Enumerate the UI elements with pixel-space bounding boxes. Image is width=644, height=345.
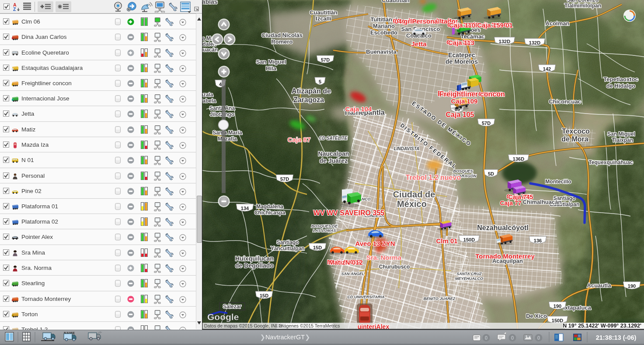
- svg-text:Montecillo: Montecillo: [545, 179, 571, 185]
- svg-text:Ecatepec: Ecatepec: [448, 52, 475, 59]
- svg-text:150D: 150D: [463, 237, 475, 242]
- svg-text:57D: 57D: [280, 176, 289, 182]
- svg-text:Caja 104: Caja 104: [345, 105, 372, 113]
- svg-text:Romero: Romero: [271, 38, 292, 45]
- svg-text:132D: 132D: [529, 40, 540, 45]
- svg-text:Ixtapaluca: Ixtapaluca: [563, 304, 591, 311]
- svg-text:Clm 01: Clm 01: [436, 237, 457, 245]
- svg-text:Caja 87: Caja 87: [288, 136, 311, 143]
- svg-text:Cuautitlán: Cuautitlán: [382, 0, 410, 3]
- svg-text:57D: 57D: [482, 121, 491, 126]
- svg-text:ahuacán: ahuacán: [202, 47, 218, 53]
- svg-text:❯NavtrackerGT❯: ❯NavtrackerGT❯: [260, 334, 310, 341]
- svg-text:Texcoco: Texcoco: [562, 128, 590, 135]
- svg-text:Ciudad de: Ciudad de: [393, 190, 435, 199]
- svg-text:México: México: [397, 199, 427, 209]
- svg-text:21:38:13 (-06): 21:38:13 (-06): [596, 334, 637, 341]
- svg-text:190: 190: [628, 283, 636, 289]
- svg-text:Tablas: Tablas: [202, 0, 218, 5]
- svg-text:Chichicaspa: Chichicaspa: [254, 210, 285, 216]
- svg-text:4: 4: [219, 82, 222, 87]
- svg-text:MEYEHUALCO: MEYEHUALCO: [455, 276, 483, 281]
- svg-text:Buenavista: Buenavista: [366, 48, 397, 55]
- svg-text:Z: Z: [13, 7, 16, 12]
- svg-text:5: 5: [319, 79, 321, 84]
- svg-text:Huixquilucan: Huixquilucan: [235, 255, 274, 262]
- svg-text:De Xico: De Xico: [526, 313, 547, 319]
- svg-text:Izcalli: Izcalli: [316, 15, 331, 22]
- svg-text:Hila: Hila: [266, 65, 277, 72]
- svg-text:Google: Google: [207, 312, 239, 322]
- svg-text:Freightliner concon: Freightliner concon: [439, 90, 505, 98]
- svg-text:Acuautla: Acuautla: [587, 282, 612, 289]
- svg-text:Atizapán de: Atizapán de: [292, 87, 331, 95]
- svg-text:Caja 110lCaja 159 01: Caja 110lCaja 159 01: [449, 21, 513, 29]
- svg-text:Tornado Monterrey: Tornado Monterrey: [475, 252, 535, 260]
- svg-text:San Miguel: San Miguel: [256, 59, 286, 65]
- svg-text:190: 190: [553, 304, 561, 309]
- svg-text:Santiago: Santiago: [277, 239, 299, 245]
- svg-text:15D: 15D: [313, 245, 322, 250]
- svg-text:0: 0: [511, 335, 514, 341]
- svg-text:de Hidalgo: de Hidalgo: [606, 83, 636, 89]
- svg-text:Chiconcuac: Chiconcuac: [549, 98, 581, 105]
- svg-text:Tlalmimilolpan: Tlalmimilolpan: [564, 3, 601, 9]
- svg-text:142: 142: [543, 66, 551, 72]
- svg-text:lazala: lazala: [202, 92, 213, 98]
- svg-text:Jetta: Jetta: [411, 40, 427, 48]
- svg-text:Datos de mapas ©2015 Google, I: Datos de mapas ©2015 Google, INEGI: [204, 323, 284, 328]
- svg-text:Imágenes ©2015 TerraMetrics: Imágenes ©2015 TerraMetrics: [278, 323, 340, 328]
- svg-text:WV WV SAVEIRO 355: WV WV SAVEIRO 355: [313, 209, 385, 217]
- svg-text:150D: 150D: [552, 318, 563, 323]
- svg-text:0: 0: [537, 335, 540, 341]
- svg-text:Mariano: Mariano: [373, 23, 395, 29]
- svg-text:de Juárez: de Juárez: [320, 157, 348, 164]
- svg-text:134: 134: [241, 206, 249, 211]
- svg-text:132D: 132D: [499, 39, 510, 44]
- svg-text:uinteriAlex: uinteriAlex: [358, 323, 390, 330]
- svg-text:Santa María: Santa María: [212, 130, 242, 136]
- svg-text:de Mora: de Mora: [561, 135, 588, 143]
- svg-text:CD UNIVERSITARIA: CD UNIVERSITARIA: [348, 295, 385, 299]
- svg-text:Yancuitlalpan: Yancuitlalpan: [271, 245, 304, 252]
- svg-text:Tepetlaoxtoc: Tepetlaoxtoc: [603, 76, 638, 83]
- svg-text:de Degollado: de Degollado: [235, 262, 274, 269]
- svg-text:BENITO JUÁREZ: BENITO JUÁREZ: [424, 297, 456, 301]
- svg-text:Mazatla: Mazatla: [218, 136, 237, 142]
- svg-text:Caja 105: Caja 105: [446, 111, 474, 118]
- svg-text:15D: 15D: [260, 293, 268, 298]
- svg-text:CD SATÉLITE: CD SATÉLITE: [319, 135, 348, 141]
- svg-text:Sra. Norma: Sra. Norma: [366, 254, 402, 261]
- svg-text:Magdalena: Magdalena: [256, 204, 283, 210]
- svg-text:SAN ÁNGEL: SAN ÁNGEL: [341, 272, 364, 276]
- svg-text:5D: 5D: [488, 171, 494, 176]
- svg-text:LAS LOMAS: LAS LOMAS: [313, 228, 336, 233]
- svg-text:SANTA CRUZ: SANTA CRUZ: [456, 272, 482, 276]
- svg-text:Acolman: Acolman: [546, 20, 570, 27]
- svg-text:136: 136: [534, 238, 542, 243]
- svg-text:de Morelos: de Morelos: [446, 58, 478, 65]
- svg-text:San Miguel: San Miguel: [607, 131, 635, 137]
- svg-text:BOSQUES: BOSQUES: [453, 169, 473, 173]
- svg-text:Churubusco: Churubusco: [379, 264, 410, 270]
- svg-text:Ciudad Nicolás: Ciudad Nicolás: [261, 32, 303, 38]
- svg-text:Trebol 1.2 nuevo: Trebol 1.2 nuevo: [406, 174, 461, 181]
- svg-text:MatizN 012: MatizN 012: [329, 259, 363, 266]
- svg-text:Fabela: Fabela: [202, 98, 216, 104]
- svg-text:Escobedo: Escobedo: [370, 29, 397, 36]
- svg-text:Salezar: Salezar: [223, 304, 241, 310]
- svg-text:Caja 109: Caja 109: [451, 97, 478, 105]
- svg-text:Caja 77: Caja 77: [500, 200, 521, 207]
- svg-text:Zaragoza: Zaragoza: [293, 96, 324, 104]
- svg-text:BOSQUES DE: BOSQUES DE: [311, 224, 338, 228]
- svg-text:Tlaixpán: Tlaixpán: [612, 137, 634, 143]
- svg-text:136D: 136D: [513, 156, 524, 162]
- svg-text:57D: 57D: [321, 57, 330, 62]
- svg-text:0: 0: [485, 335, 488, 341]
- svg-text:Nezahualcóyotl: Nezahualcóyotl: [477, 224, 528, 231]
- svg-text:Tequexquináhuac: Tequexquináhuac: [588, 159, 633, 166]
- svg-text:Caja 113: Caja 113: [448, 39, 474, 46]
- svg-text:N 19° 25.1422' W-099° 23.1: N 19° 25.1422' W-099° 23.1292': [563, 323, 641, 329]
- svg-text:Naucalpan: Naucalpan: [318, 150, 349, 157]
- svg-text:LINDAVISTA: LINDAVISTA: [394, 146, 420, 151]
